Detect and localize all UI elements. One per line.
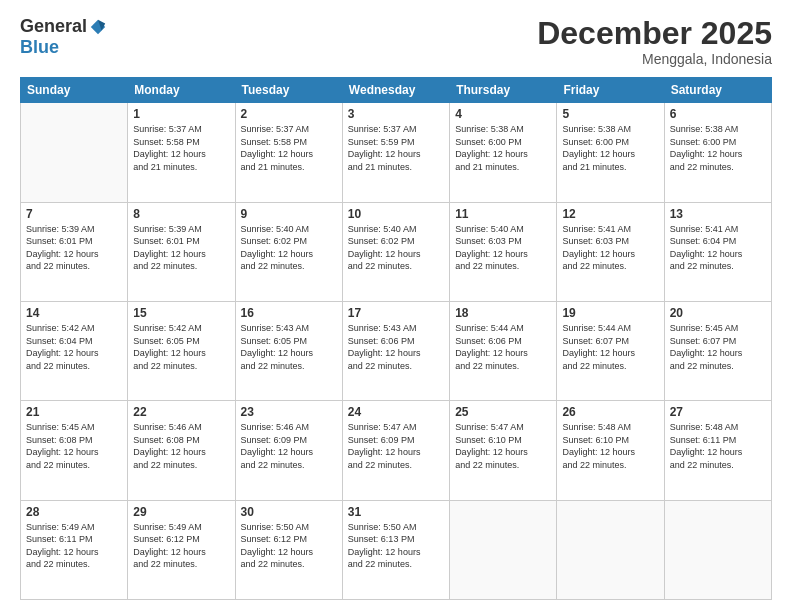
day-number: 25 (455, 405, 551, 419)
day-number: 11 (455, 207, 551, 221)
day-number: 15 (133, 306, 229, 320)
header-tuesday: Tuesday (235, 78, 342, 103)
calendar-cell: 10Sunrise: 5:40 AM Sunset: 6:02 PM Dayli… (342, 202, 449, 301)
day-info: Sunrise: 5:44 AM Sunset: 6:06 PM Dayligh… (455, 322, 551, 372)
day-number: 18 (455, 306, 551, 320)
header-monday: Monday (128, 78, 235, 103)
calendar-cell: 16Sunrise: 5:43 AM Sunset: 6:05 PM Dayli… (235, 301, 342, 400)
day-number: 13 (670, 207, 766, 221)
header-thursday: Thursday (450, 78, 557, 103)
header-wednesday: Wednesday (342, 78, 449, 103)
day-number: 31 (348, 505, 444, 519)
calendar-cell: 17Sunrise: 5:43 AM Sunset: 6:06 PM Dayli… (342, 301, 449, 400)
day-number: 5 (562, 107, 658, 121)
day-number: 26 (562, 405, 658, 419)
calendar-cell: 2Sunrise: 5:37 AM Sunset: 5:58 PM Daylig… (235, 103, 342, 202)
calendar-cell: 20Sunrise: 5:45 AM Sunset: 6:07 PM Dayli… (664, 301, 771, 400)
day-number: 30 (241, 505, 337, 519)
calendar-cell: 9Sunrise: 5:40 AM Sunset: 6:02 PM Daylig… (235, 202, 342, 301)
day-info: Sunrise: 5:41 AM Sunset: 6:03 PM Dayligh… (562, 223, 658, 273)
calendar-cell: 6Sunrise: 5:38 AM Sunset: 6:00 PM Daylig… (664, 103, 771, 202)
logo: General Blue (20, 16, 107, 58)
calendar-cell: 26Sunrise: 5:48 AM Sunset: 6:10 PM Dayli… (557, 401, 664, 500)
day-number: 17 (348, 306, 444, 320)
day-number: 16 (241, 306, 337, 320)
calendar-cell: 23Sunrise: 5:46 AM Sunset: 6:09 PM Dayli… (235, 401, 342, 500)
calendar-cell (557, 500, 664, 599)
calendar-table: Sunday Monday Tuesday Wednesday Thursday… (20, 77, 772, 600)
logo-blue: Blue (20, 37, 59, 58)
calendar-cell: 13Sunrise: 5:41 AM Sunset: 6:04 PM Dayli… (664, 202, 771, 301)
header-saturday: Saturday (664, 78, 771, 103)
day-number: 23 (241, 405, 337, 419)
calendar-week-4: 21Sunrise: 5:45 AM Sunset: 6:08 PM Dayli… (21, 401, 772, 500)
header: General Blue December 2025 Menggala, Ind… (20, 16, 772, 67)
day-info: Sunrise: 5:37 AM Sunset: 5:59 PM Dayligh… (348, 123, 444, 173)
calendar-cell: 18Sunrise: 5:44 AM Sunset: 6:06 PM Dayli… (450, 301, 557, 400)
day-info: Sunrise: 5:47 AM Sunset: 6:10 PM Dayligh… (455, 421, 551, 471)
page: General Blue December 2025 Menggala, Ind… (0, 0, 792, 612)
day-number: 3 (348, 107, 444, 121)
day-info: Sunrise: 5:40 AM Sunset: 6:02 PM Dayligh… (348, 223, 444, 273)
header-sunday: Sunday (21, 78, 128, 103)
day-info: Sunrise: 5:40 AM Sunset: 6:03 PM Dayligh… (455, 223, 551, 273)
day-number: 7 (26, 207, 122, 221)
day-number: 22 (133, 405, 229, 419)
day-number: 19 (562, 306, 658, 320)
calendar-cell: 22Sunrise: 5:46 AM Sunset: 6:08 PM Dayli… (128, 401, 235, 500)
day-number: 24 (348, 405, 444, 419)
calendar-cell: 28Sunrise: 5:49 AM Sunset: 6:11 PM Dayli… (21, 500, 128, 599)
day-info: Sunrise: 5:44 AM Sunset: 6:07 PM Dayligh… (562, 322, 658, 372)
calendar-week-5: 28Sunrise: 5:49 AM Sunset: 6:11 PM Dayli… (21, 500, 772, 599)
calendar-cell: 27Sunrise: 5:48 AM Sunset: 6:11 PM Dayli… (664, 401, 771, 500)
day-info: Sunrise: 5:37 AM Sunset: 5:58 PM Dayligh… (133, 123, 229, 173)
calendar-cell: 19Sunrise: 5:44 AM Sunset: 6:07 PM Dayli… (557, 301, 664, 400)
day-info: Sunrise: 5:45 AM Sunset: 6:08 PM Dayligh… (26, 421, 122, 471)
day-info: Sunrise: 5:41 AM Sunset: 6:04 PM Dayligh… (670, 223, 766, 273)
day-number: 9 (241, 207, 337, 221)
location: Menggala, Indonesia (537, 51, 772, 67)
header-friday: Friday (557, 78, 664, 103)
day-info: Sunrise: 5:48 AM Sunset: 6:11 PM Dayligh… (670, 421, 766, 471)
day-info: Sunrise: 5:49 AM Sunset: 6:12 PM Dayligh… (133, 521, 229, 571)
day-info: Sunrise: 5:39 AM Sunset: 6:01 PM Dayligh… (133, 223, 229, 273)
day-number: 20 (670, 306, 766, 320)
day-info: Sunrise: 5:48 AM Sunset: 6:10 PM Dayligh… (562, 421, 658, 471)
calendar-cell: 4Sunrise: 5:38 AM Sunset: 6:00 PM Daylig… (450, 103, 557, 202)
calendar-cell: 25Sunrise: 5:47 AM Sunset: 6:10 PM Dayli… (450, 401, 557, 500)
day-number: 8 (133, 207, 229, 221)
calendar-cell: 1Sunrise: 5:37 AM Sunset: 5:58 PM Daylig… (128, 103, 235, 202)
calendar-cell: 5Sunrise: 5:38 AM Sunset: 6:00 PM Daylig… (557, 103, 664, 202)
calendar-week-1: 1Sunrise: 5:37 AM Sunset: 5:58 PM Daylig… (21, 103, 772, 202)
calendar-week-2: 7Sunrise: 5:39 AM Sunset: 6:01 PM Daylig… (21, 202, 772, 301)
day-number: 6 (670, 107, 766, 121)
day-number: 14 (26, 306, 122, 320)
day-info: Sunrise: 5:38 AM Sunset: 6:00 PM Dayligh… (562, 123, 658, 173)
day-number: 28 (26, 505, 122, 519)
day-info: Sunrise: 5:45 AM Sunset: 6:07 PM Dayligh… (670, 322, 766, 372)
calendar-cell: 12Sunrise: 5:41 AM Sunset: 6:03 PM Dayli… (557, 202, 664, 301)
day-info: Sunrise: 5:43 AM Sunset: 6:06 PM Dayligh… (348, 322, 444, 372)
day-info: Sunrise: 5:39 AM Sunset: 6:01 PM Dayligh… (26, 223, 122, 273)
day-info: Sunrise: 5:50 AM Sunset: 6:13 PM Dayligh… (348, 521, 444, 571)
title-block: December 2025 Menggala, Indonesia (537, 16, 772, 67)
day-number: 29 (133, 505, 229, 519)
month-title: December 2025 (537, 16, 772, 51)
calendar-week-3: 14Sunrise: 5:42 AM Sunset: 6:04 PM Dayli… (21, 301, 772, 400)
calendar-cell: 11Sunrise: 5:40 AM Sunset: 6:03 PM Dayli… (450, 202, 557, 301)
calendar-cell: 7Sunrise: 5:39 AM Sunset: 6:01 PM Daylig… (21, 202, 128, 301)
calendar-cell (664, 500, 771, 599)
calendar-cell: 31Sunrise: 5:50 AM Sunset: 6:13 PM Dayli… (342, 500, 449, 599)
day-info: Sunrise: 5:46 AM Sunset: 6:09 PM Dayligh… (241, 421, 337, 471)
day-number: 27 (670, 405, 766, 419)
day-info: Sunrise: 5:42 AM Sunset: 6:05 PM Dayligh… (133, 322, 229, 372)
calendar-cell (450, 500, 557, 599)
calendar-cell: 21Sunrise: 5:45 AM Sunset: 6:08 PM Dayli… (21, 401, 128, 500)
logo-general: General (20, 16, 87, 37)
calendar-cell (21, 103, 128, 202)
weekday-header-row: Sunday Monday Tuesday Wednesday Thursday… (21, 78, 772, 103)
day-info: Sunrise: 5:47 AM Sunset: 6:09 PM Dayligh… (348, 421, 444, 471)
calendar-cell: 30Sunrise: 5:50 AM Sunset: 6:12 PM Dayli… (235, 500, 342, 599)
calendar-cell: 14Sunrise: 5:42 AM Sunset: 6:04 PM Dayli… (21, 301, 128, 400)
day-info: Sunrise: 5:50 AM Sunset: 6:12 PM Dayligh… (241, 521, 337, 571)
